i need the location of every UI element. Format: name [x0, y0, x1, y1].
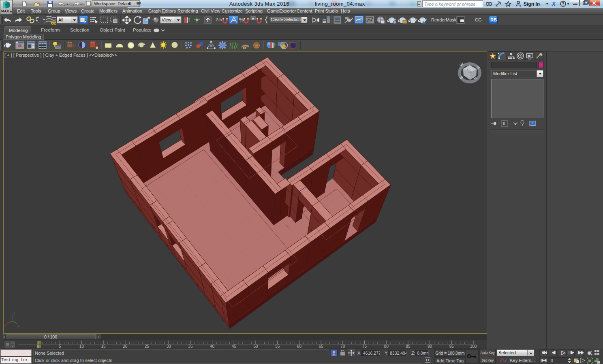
- svg-text:55: 55: [275, 344, 280, 349]
- svg-text:100: 100: [470, 344, 477, 349]
- svg-text:65: 65: [319, 344, 324, 349]
- svg-text:[ + ] [ Perspective ] [ Clay +: [ + ] [ Perspective ] [ Clay + Edged Fac…: [4, 53, 117, 57]
- svg-text:90: 90: [428, 344, 432, 349]
- svg-text:25: 25: [145, 344, 150, 349]
- svg-text:80: 80: [384, 344, 389, 349]
- svg-text:?: ?: [562, 2, 565, 6]
- svg-text:45: 45: [232, 344, 237, 349]
- svg-text:II: II: [503, 121, 505, 126]
- svg-text:10: 10: [79, 344, 84, 349]
- svg-text:85: 85: [406, 344, 411, 349]
- svg-text:20: 20: [123, 344, 128, 349]
- svg-text:15: 15: [101, 344, 106, 349]
- svg-text:70: 70: [340, 344, 345, 349]
- svg-text:0: 0: [37, 344, 39, 349]
- svg-text:60: 60: [297, 344, 302, 349]
- svg-text:95: 95: [449, 344, 454, 349]
- svg-text:HF: HF: [243, 47, 247, 49]
- svg-text:50: 50: [253, 344, 258, 349]
- svg-text:40: 40: [210, 344, 215, 349]
- svg-text:30: 30: [167, 344, 171, 349]
- svg-text:z: z: [13, 311, 15, 315]
- svg-text:y: y: [17, 324, 19, 328]
- svg-text:x: x: [4, 323, 6, 327]
- svg-text:35: 35: [188, 344, 193, 349]
- svg-text:5: 5: [59, 344, 61, 349]
- svg-text:?: ?: [283, 43, 285, 48]
- svg-text:75: 75: [362, 344, 367, 349]
